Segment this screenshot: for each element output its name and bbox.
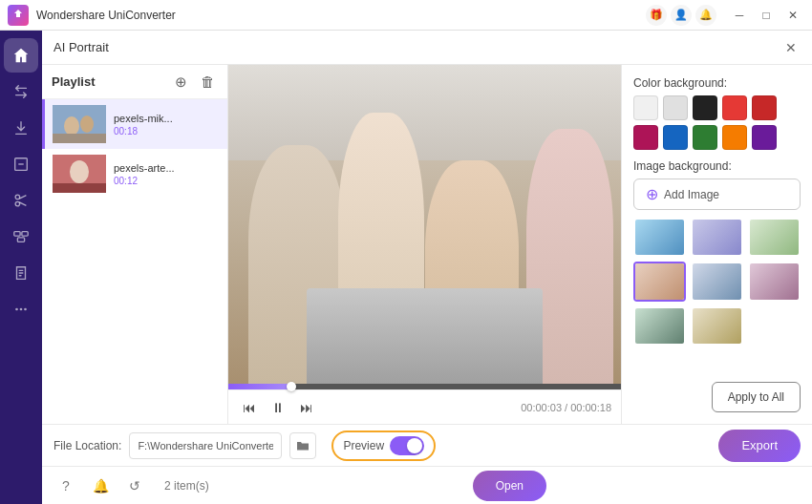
user-icon[interactable]: 👤 (671, 5, 692, 26)
panel-title: AI Portrait (53, 40, 781, 54)
color-swatch-dark-red[interactable] (752, 95, 777, 120)
app-logo (8, 5, 29, 26)
color-background-section: Color background: (633, 76, 801, 150)
file-path-input[interactable] (129, 432, 282, 459)
playlist-item-info: pexels-arte... 00:12 (114, 162, 175, 186)
image-section-title: Image background: (633, 159, 801, 173)
plus-icon: ⊕ (646, 185, 658, 203)
bg-thumb-8[interactable] (691, 306, 743, 346)
add-image-label: Add Image (664, 188, 719, 201)
export-button[interactable]: Export (718, 430, 801, 462)
sidebar-item-convert[interactable] (4, 74, 38, 109)
svg-rect-4 (14, 232, 20, 237)
playlist-item[interactable]: pexels-mik... 00:18 (42, 99, 227, 149)
color-swatch-blue[interactable] (663, 125, 688, 150)
playlist-header: Playlist ⊕ 🗑 (42, 65, 227, 99)
close-button[interactable]: ✕ (781, 5, 804, 26)
file-location-label: File Location: (53, 439, 121, 452)
bg-thumb-3[interactable] (748, 218, 801, 257)
sidebar-item-compress[interactable] (4, 256, 38, 290)
panel-header: AI Portrait ✕ (42, 31, 812, 65)
item-count: 2 item(s) (164, 479, 209, 493)
svg-rect-5 (22, 232, 28, 237)
bg-thumbnails (633, 218, 801, 346)
svg-point-12 (80, 116, 94, 133)
bg-thumb-2[interactable] (691, 218, 743, 257)
progress-bar[interactable] (228, 384, 621, 389)
sidebar-item-merge[interactable] (4, 220, 38, 254)
maximize-button[interactable]: □ (755, 5, 778, 26)
bg-thumb-6[interactable] (748, 262, 801, 301)
video-container (228, 65, 621, 384)
color-swatch-white[interactable] (633, 95, 658, 120)
gift-icon[interactable]: 🎁 (646, 5, 667, 26)
svg-rect-13 (53, 134, 106, 143)
sidebar-item-more[interactable] (4, 292, 38, 326)
playlist-thumb (53, 155, 106, 193)
content-area: AI Portrait ✕ Playlist ⊕ 🗑 (42, 31, 812, 504)
panel-close-button[interactable]: ✕ (781, 38, 801, 57)
folder-button[interactable] (289, 432, 316, 459)
progress-fill (228, 384, 291, 389)
main-layout: AI Portrait ✕ Playlist ⊕ 🗑 (0, 31, 812, 504)
svg-rect-16 (53, 183, 106, 193)
bottom-nav: ? 🔔 ↺ 2 item(s) Open (42, 466, 812, 504)
svg-point-9 (24, 308, 27, 311)
svg-point-8 (20, 308, 23, 311)
prev-button[interactable]: ⏮ (238, 396, 261, 419)
playlist-thumb (53, 105, 106, 143)
color-section-title: Color background: (633, 76, 801, 90)
color-swatch-orange[interactable] (722, 125, 747, 150)
playlist-item[interactable]: pexels-arte... 00:12 (42, 149, 227, 199)
svg-point-2 (15, 195, 20, 200)
minimize-button[interactable]: ─ (728, 5, 751, 26)
titlebar-extra-icons: 🎁 👤 🔔 (646, 5, 716, 26)
svg-rect-6 (17, 238, 24, 242)
add-image-button[interactable]: ⊕ Add Image (633, 178, 801, 210)
color-swatch-red[interactable] (722, 95, 747, 120)
time-display: 00:00:03 / 00:00:18 (521, 402, 611, 413)
feedback-button[interactable]: ↺ (122, 473, 147, 498)
bell-icon[interactable]: 🔔 (695, 5, 716, 26)
color-swatch-purple[interactable] (752, 125, 777, 150)
playlist-delete-button[interactable]: 🗑 (197, 72, 218, 93)
next-button[interactable]: ⏭ (295, 396, 318, 419)
toggle-knob (407, 438, 422, 453)
playlist-add-button[interactable]: ⊕ (170, 72, 191, 93)
sidebar (0, 31, 42, 504)
sidebar-item-download[interactable] (4, 111, 38, 145)
bg-thumb-7[interactable] (633, 306, 686, 346)
notification-button[interactable]: 🔔 (88, 473, 113, 498)
image-background-section: Image background: ⊕ Add Image (633, 159, 801, 346)
ai-portrait-panel: AI Portrait ✕ Playlist ⊕ 🗑 (42, 31, 812, 466)
playlist-section: Playlist ⊕ 🗑 (42, 65, 228, 424)
playlist-title: Playlist (52, 74, 170, 89)
background-panel: Color background: (621, 65, 812, 424)
open-button[interactable]: Open (473, 471, 546, 501)
color-swatch-green[interactable] (693, 125, 717, 150)
video-scene (228, 65, 621, 384)
color-swatch-black[interactable] (693, 95, 717, 120)
playlist-item-name: pexels-arte... (114, 162, 175, 174)
preview-toggle-area: Preview (331, 430, 436, 461)
sidebar-item-edit[interactable] (4, 147, 38, 181)
bg-thumb-5[interactable] (691, 262, 743, 301)
apply-to-all-button[interactable]: Apply to All (712, 382, 801, 412)
sidebar-item-cut[interactable] (4, 183, 38, 218)
svg-point-11 (64, 116, 79, 136)
bg-thumb-4[interactable] (633, 262, 686, 301)
playlist-item-name: pexels-mik... (114, 113, 173, 124)
playlist-actions: ⊕ 🗑 (170, 72, 218, 93)
play-pause-button[interactable]: ⏸ (267, 396, 289, 419)
color-swatch-pink[interactable] (633, 125, 658, 150)
controls-bar: ⏮ ⏸ ⏭ 00:00:03 / 00:00:18 (228, 389, 621, 424)
bg-thumb-1[interactable] (633, 218, 686, 257)
preview-toggle[interactable] (390, 436, 424, 455)
svg-point-15 (70, 160, 89, 183)
sidebar-item-home[interactable] (4, 38, 38, 73)
app-title: Wondershare UniConverter (36, 9, 646, 22)
color-swatch-light-gray[interactable] (663, 95, 688, 120)
help-button[interactable]: ? (53, 473, 78, 498)
playlist-item-duration: 00:12 (114, 176, 175, 186)
progress-thumb[interactable] (287, 382, 296, 391)
